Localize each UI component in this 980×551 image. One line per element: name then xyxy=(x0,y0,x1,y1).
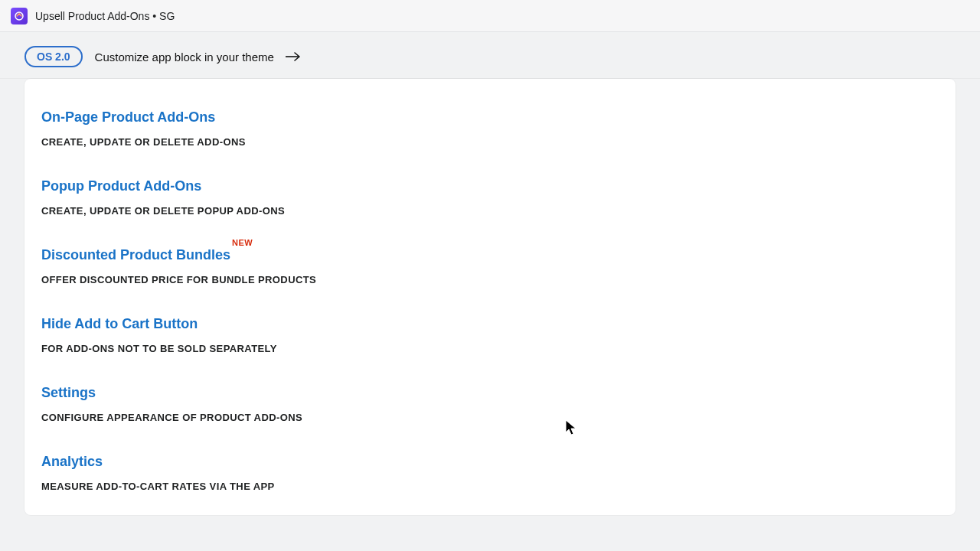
section-settings: Settings CONFIGURE APPEARANCE OF PRODUCT… xyxy=(41,385,939,423)
link-on-page-addons[interactable]: On-Page Product Add-Ons xyxy=(41,109,215,126)
main-card: On-Page Product Add-Ons CREATE, UPDATE O… xyxy=(24,79,956,515)
desc-settings: CONFIGURE APPEARANCE OF PRODUCT ADD-ONS xyxy=(41,412,939,423)
section-hide-cart: Hide Add to Cart Button FOR ADD-ONS NOT … xyxy=(41,316,939,354)
desc-popup-addons: CREATE, UPDATE OR DELETE POPUP ADD-ONS xyxy=(41,205,939,217)
link-analytics[interactable]: Analytics xyxy=(41,454,103,470)
theme-banner[interactable]: OS 2.0 Customize app block in your theme xyxy=(0,32,980,79)
new-badge: NEW xyxy=(232,238,253,247)
topbar: Upsell Product Add-Ons • SG xyxy=(0,0,980,32)
arrow-right-icon xyxy=(285,51,302,62)
desc-on-page-addons: CREATE, UPDATE OR DELETE ADD-ONS xyxy=(41,136,939,148)
link-popup-addons[interactable]: Popup Product Add-Ons xyxy=(41,178,201,194)
banner-text: Customize app block in your theme xyxy=(95,51,274,64)
section-bundles: Discounted Product Bundles NEW OFFER DIS… xyxy=(41,247,939,285)
app-icon xyxy=(11,8,28,24)
os-version-pill: OS 2.0 xyxy=(24,46,83,67)
section-popup-addons: Popup Product Add-Ons CREATE, UPDATE OR … xyxy=(41,178,939,217)
link-bundles[interactable]: Discounted Product Bundles xyxy=(41,247,230,263)
section-analytics: Analytics MEASURE ADD-TO-CART RATES VIA … xyxy=(41,454,939,492)
link-settings[interactable]: Settings xyxy=(41,385,96,401)
desc-analytics: MEASURE ADD-TO-CART RATES VIA THE APP xyxy=(41,481,939,492)
desc-hide-cart: FOR ADD-ONS NOT TO BE SOLD SEPARATELY xyxy=(41,343,939,354)
link-hide-cart[interactable]: Hide Add to Cart Button xyxy=(41,316,198,332)
desc-bundles: OFFER DISCOUNTED PRICE FOR BUNDLE PRODUC… xyxy=(41,274,939,285)
app-title: Upsell Product Add-Ons • SG xyxy=(35,10,175,22)
section-on-page-addons: On-Page Product Add-Ons CREATE, UPDATE O… xyxy=(41,109,939,148)
